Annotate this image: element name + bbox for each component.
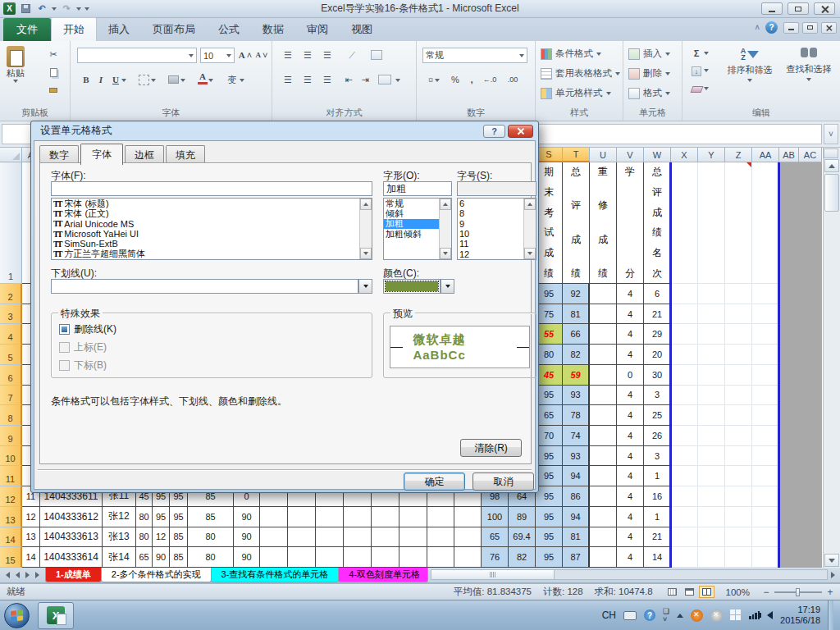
cell-U9[interactable] [590,426,617,446]
cell-U11[interactable] [590,466,617,486]
save-icon[interactable] [19,2,32,15]
cell-J13[interactable] [288,507,316,527]
cell-Y15[interactable] [698,547,725,568]
insert-cells-button[interactable]: 插入 [628,48,670,60]
cell-Z11[interactable] [725,466,752,486]
font-size-input[interactable] [457,181,536,196]
row-header-13[interactable]: 13 [0,507,22,527]
cell-W4[interactable]: 29 [644,324,671,345]
cell-V9[interactable]: 4 [617,426,644,446]
cell-G13[interactable]: 85 [188,507,234,527]
cell-Y13[interactable] [698,507,725,527]
cell-X15[interactable] [671,547,698,568]
grow-font-button[interactable]: A˄ [238,48,253,62]
cell-G15[interactable]: 80 [188,547,234,568]
cell-W7[interactable]: 3 [644,386,671,406]
decrease-decimal-icon[interactable]: .00 [505,72,520,87]
underline-dropdown-button[interactable] [358,279,372,294]
fill-dropdown-icon[interactable] [704,69,709,72]
col-title-V[interactable]: 学分 [617,162,644,284]
cell-W12[interactable]: 16 [644,486,671,507]
cell-AA1[interactable] [752,162,779,284]
shrink-font-button[interactable]: A˅ [254,48,269,62]
cell-K14[interactable] [316,527,344,548]
cell-R13[interactable]: 89 [509,507,536,527]
cancel-button[interactable]: 取消 [472,472,534,491]
cell-Z7[interactable] [725,386,752,406]
cell-S8[interactable]: 65 [536,405,563,426]
align-bottom-icon[interactable]: ☰ [320,48,335,62]
strikethrough-checkbox[interactable]: 删除线(K) [59,322,116,336]
sheet-tab-4[interactable]: 4-双色刻度单元格 [338,568,428,582]
borders-dropdown-icon[interactable] [151,79,156,82]
cell-T10[interactable]: 93 [563,446,590,467]
cell-AA11[interactable] [752,466,779,486]
network-sharing-icon[interactable] [730,609,742,621]
cell-Z13[interactable] [725,507,752,527]
cell-V8[interactable]: 4 [617,405,644,426]
cell-AA6[interactable] [752,365,779,386]
zoom-in-icon[interactable]: + [825,587,835,598]
cell-V7[interactable]: 4 [617,386,644,406]
cell-V10[interactable]: 4 [617,446,644,467]
start-button[interactable] [4,603,30,628]
horizontal-scrollbar[interactable] [431,569,828,580]
cell-Z2[interactable] [725,284,752,304]
fill-color-button[interactable] [166,72,180,87]
increase-indent-icon[interactable]: ⇥ [358,72,372,87]
cell-Z3[interactable] [725,304,752,325]
cell-Y11[interactable] [698,466,725,486]
keyboard-icon[interactable] [623,611,637,620]
sort-filter-button[interactable]: AZ 排序和筛选 [722,48,778,82]
zoom-slider[interactable]: − + [761,587,835,598]
font-style-listbox[interactable]: 常规倾斜加粗加粗倾斜 [383,198,452,260]
clear-button[interactable]: 清除(R) [460,439,522,457]
vertical-scroll-thumb[interactable] [824,174,839,212]
cell-A15[interactable]: 14 [22,547,40,568]
row-header-7[interactable]: 7 [0,386,22,406]
font-listbox[interactable]: TT宋体 (标题)TT宋体 (正文)TTArial Unicode MSTTMi… [51,198,372,260]
help-icon[interactable]: ? [765,21,778,34]
cell-B15[interactable]: 1404333614 [40,547,103,568]
cell-U12[interactable] [590,486,617,507]
cell-AA2[interactable] [752,284,779,304]
cell-I14[interactable] [260,527,288,548]
cell-AA9[interactable] [752,426,779,446]
cell-C14[interactable]: 张13 [103,527,136,548]
cell-U4[interactable] [590,324,617,345]
cell-X4[interactable] [671,324,698,345]
col-header-Y[interactable]: Y [698,148,725,162]
dialog-help-button[interactable]: ? [483,125,505,138]
cell-W2[interactable]: 6 [644,284,671,304]
format-cells-button[interactable]: 格式 [628,87,670,99]
tab-home[interactable]: 开始 [51,17,97,41]
merge-center-icon[interactable] [377,72,392,87]
cell-V5[interactable]: 4 [617,345,644,365]
cell-R14[interactable]: 69.4 [509,527,536,548]
cell-L14[interactable] [344,527,372,548]
autosum-dropdown-icon[interactable] [704,52,709,55]
cell-U3[interactable] [590,304,617,325]
tab-file[interactable]: 文件 [3,18,51,41]
superscript-checkbox-box[interactable] [59,342,70,353]
redo-dropdown-icon[interactable] [76,7,81,11]
col-header-W[interactable]: W [644,148,671,162]
cell-S2[interactable]: 95 [536,284,563,304]
normal-view-button[interactable] [664,586,680,598]
cell-X12[interactable] [671,486,698,507]
cell-S10[interactable]: 95 [536,446,563,467]
font-size-combo[interactable]: 10 [200,48,235,63]
cell-S13[interactable]: 95 [536,507,563,527]
cell-E14[interactable]: 12 [153,527,170,548]
cell-R15[interactable]: 82 [509,547,536,568]
format-painter-icon[interactable] [46,84,61,97]
page-break-view-button[interactable] [699,586,714,598]
col-header-AB[interactable]: AB [779,148,799,162]
workbook-minimize-button[interactable] [783,22,799,34]
sheet-tab-2[interactable]: 2-多个条件格式的实现 [101,568,212,582]
cell-V2[interactable]: 4 [617,284,644,304]
cell-T3[interactable]: 81 [563,304,590,325]
increase-decimal-icon[interactable]: ←.0 [482,72,497,87]
cell-X1[interactable] [671,162,698,284]
sheet-tab-3[interactable]: 3-查找有条件格式的单元格 [211,568,340,582]
